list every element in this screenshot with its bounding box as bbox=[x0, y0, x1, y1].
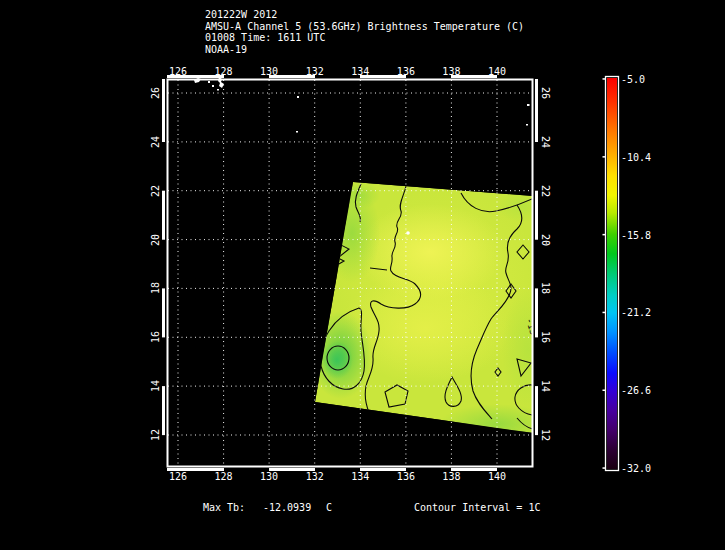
lat-tick-label: 18 bbox=[150, 278, 162, 298]
lat-tick-label: 20 bbox=[539, 230, 551, 250]
plot-canvas: -13 bbox=[0, 0, 725, 550]
title-storm-id: 201222W 2012 bbox=[205, 9, 524, 21]
colorbar bbox=[603, 77, 619, 471]
colorbar-tick-label: -5.0 bbox=[621, 74, 645, 85]
lat-tick-label: 22 bbox=[539, 181, 551, 201]
lat-tick-label: 12 bbox=[539, 425, 551, 445]
lon-tick-label: 130 bbox=[255, 66, 283, 77]
lon-tick-label: 138 bbox=[437, 66, 465, 77]
lon-tick-label: 128 bbox=[210, 66, 238, 77]
colorbar-tick-label: -32.0 bbox=[621, 463, 651, 474]
lat-tick-label: 22 bbox=[150, 181, 162, 201]
lat-tick-label: 24 bbox=[150, 132, 162, 152]
swath-raster: -13 bbox=[309, 181, 555, 444]
lat-tick-label: 16 bbox=[539, 327, 551, 347]
max-tb-value: -12.0939 bbox=[263, 502, 311, 514]
colorbar-tick-label: -10.4 bbox=[621, 152, 651, 163]
max-tb-unit: C bbox=[326, 502, 332, 514]
lon-tick-label: 132 bbox=[301, 66, 329, 77]
lat-tick-label: 16 bbox=[150, 327, 162, 347]
lon-tick-label: 138 bbox=[437, 471, 465, 482]
title-satellite: NOAA-19 bbox=[205, 44, 524, 56]
lon-tick-label: 130 bbox=[255, 471, 283, 482]
lon-tick-label: 140 bbox=[483, 471, 511, 482]
lon-tick-label: 136 bbox=[392, 471, 420, 482]
lat-tick-label: 14 bbox=[150, 376, 162, 396]
lat-tick-label: 26 bbox=[150, 83, 162, 103]
lon-tick-label: 134 bbox=[346, 66, 374, 77]
lon-tick-label: 134 bbox=[346, 471, 374, 482]
lon-tick-label: 136 bbox=[392, 66, 420, 77]
max-tb-label: Max Tb: bbox=[203, 502, 245, 514]
lat-tick-label: 24 bbox=[539, 132, 551, 152]
title-product: AMSU-A Channel 5 (53.6GHz) Brightness Te… bbox=[205, 21, 524, 33]
colorbar-gradient bbox=[607, 78, 617, 469]
lon-tick-label: 132 bbox=[301, 471, 329, 482]
island-coastlines bbox=[194, 77, 530, 133]
amsu-brightness-temperature-plot: -13 bbox=[0, 0, 725, 550]
lat-tick-label: 12 bbox=[150, 425, 162, 445]
lon-tick-label: 128 bbox=[210, 471, 238, 482]
lon-tick-label: 126 bbox=[164, 66, 192, 77]
colorbar-tick-label: -15.8 bbox=[621, 230, 651, 241]
lat-tick-label: 14 bbox=[539, 376, 551, 396]
lat-tick-label: 26 bbox=[539, 83, 551, 103]
lat-tick-label: 18 bbox=[539, 278, 551, 298]
colorbar-tick-label: -26.6 bbox=[621, 385, 651, 396]
max-tb-marker-dot bbox=[406, 231, 410, 235]
lon-tick-label: 140 bbox=[483, 66, 511, 77]
colorbar-tick-label: -21.2 bbox=[621, 307, 651, 318]
lon-tick-label: 126 bbox=[164, 471, 192, 482]
title-block: 201222W 2012 AMSU-A Channel 5 (53.6GHz) … bbox=[205, 9, 524, 55]
lat-tick-label: 20 bbox=[150, 230, 162, 250]
contour-interval-text: Contour Interval = 1C bbox=[414, 502, 540, 514]
title-pass-time: 01008 Time: 1611 UTC bbox=[205, 32, 524, 44]
